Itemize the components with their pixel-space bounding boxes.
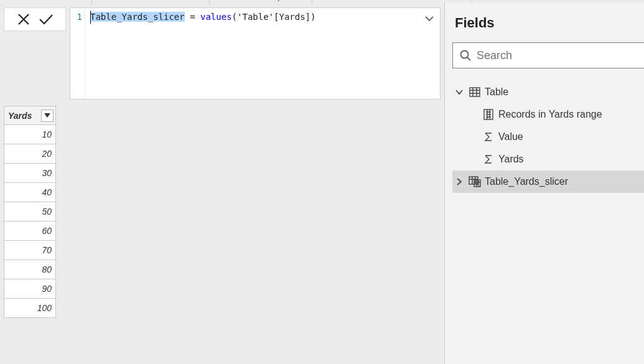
grid-row[interactable]: 100	[4, 299, 56, 318]
svg-marker-0	[44, 113, 50, 118]
grid-row[interactable]: 70	[4, 241, 56, 260]
formula-args: ('Table'[Yards])	[232, 12, 316, 22]
formula-confirm-cancel-box	[4, 7, 66, 31]
table-icon	[469, 86, 481, 98]
grid-row[interactable]: 40	[4, 183, 56, 202]
commit-icon[interactable]	[37, 10, 55, 29]
grid-header[interactable]: Yards	[4, 106, 56, 125]
text-cursor	[90, 11, 91, 24]
formula-line-number: 1	[70, 8, 85, 99]
formula-eq: =	[185, 12, 200, 22]
tree-item-table-yards-slicer[interactable]: Table_Yards_slicer	[452, 170, 644, 193]
formula-bar[interactable]: 1 Table_Yards_slicer = values('Table'[Ya…	[70, 7, 441, 100]
grid-header-label: Yards	[4, 111, 41, 121]
svg-point-1	[461, 51, 469, 58]
fields-tree: Table Records in Yards range Value	[452, 81, 644, 193]
chevron-right-icon	[454, 176, 465, 187]
grid-row[interactable]: 80	[4, 260, 56, 279]
grid-row[interactable]: 90	[4, 279, 56, 299]
grid-row[interactable]: 50	[4, 202, 56, 222]
grid-row[interactable]: 60	[4, 222, 56, 241]
formula-code[interactable]: Table_Yards_slicer = values('Table'[Yard…	[85, 8, 440, 99]
formula-function: values	[200, 12, 232, 22]
tree-item-label: Records in Yards range	[498, 109, 602, 120]
formula-selected-name: Table_Yards_slicer	[90, 12, 185, 22]
measure-icon	[482, 108, 495, 121]
tree-item-label: Table_Yards_slicer	[485, 176, 568, 187]
tree-item-label: Value	[498, 131, 523, 142]
tree-item-table[interactable]: Table	[452, 81, 644, 103]
column-dropdown-icon[interactable]	[41, 110, 54, 122]
search-box[interactable]	[452, 42, 644, 68]
chevron-down-icon	[454, 86, 465, 98]
search-input[interactable]	[477, 49, 644, 62]
sigma-icon	[482, 153, 495, 166]
svg-rect-2	[470, 88, 480, 96]
grid-row[interactable]: 30	[4, 164, 56, 183]
calculated-table-icon	[469, 175, 481, 188]
tree-item-value[interactable]: Value	[452, 126, 644, 148]
expand-formula-icon[interactable]	[419, 8, 440, 29]
sigma-icon	[482, 131, 495, 143]
fields-title: Fields	[452, 7, 644, 42]
tree-item-records-in-yards-range[interactable]: Records in Yards range	[452, 103, 644, 126]
tree-item-yards[interactable]: Yards	[452, 148, 644, 170]
tree-item-label: Yards	[498, 154, 524, 165]
grid-row[interactable]: 20	[4, 144, 56, 164]
grid-row[interactable]: 10	[4, 125, 56, 144]
tree-item-label: Table	[485, 86, 508, 98]
fields-panel: Fields Table Recor	[444, 2, 644, 364]
cancel-icon[interactable]	[14, 10, 33, 29]
data-grid: Yards 10 20 30 40 50 60 70 80 90 100	[4, 106, 56, 318]
search-icon	[459, 49, 472, 62]
